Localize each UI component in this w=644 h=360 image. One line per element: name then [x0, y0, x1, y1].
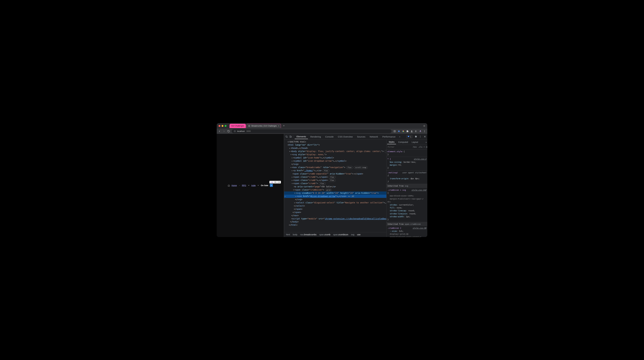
tab-gui-challenges-pinned[interactable]: GUI Challenges	[230, 124, 246, 128]
svg-point-11	[420, 136, 420, 137]
selected-node: ⋯ ▸<use href="#icon-dropdown-arrow">…</u…	[284, 195, 386, 198]
chevron-down-icon[interactable]	[257, 184, 259, 187]
svg-point-6	[424, 132, 425, 132]
account-avatar[interactable]	[423, 125, 425, 127]
traffic-minimize[interactable]	[222, 125, 224, 127]
crumb-rpg[interactable]: RPG	[242, 184, 246, 187]
dom-tree[interactable]: <!DOCTYPE html> <html lang="en" dir="ltr…	[284, 140, 386, 232]
reload-icon[interactable]	[228, 130, 230, 132]
kebab-icon[interactable]	[419, 135, 422, 138]
menu-icon[interactable]	[423, 130, 426, 132]
inspect-tooltip: svg 24 × 24	[269, 181, 281, 184]
cls-toggle[interactable]: .cls	[418, 146, 422, 148]
window-controls	[218, 125, 226, 127]
crumb-indie[interactable]: Indie	[251, 184, 256, 187]
svg-rect-13	[426, 146, 427, 148]
back-icon[interactable]	[218, 130, 221, 132]
page-viewport: svg 24 × 24 Home → RPG Indie On Sale	[217, 134, 284, 237]
styles-tab-layout[interactable]: Layout	[410, 140, 420, 144]
tab-label: GUI Challenges	[231, 125, 244, 127]
extensions-icon[interactable]	[406, 130, 409, 132]
styles-tab-computed[interactable]: Computed	[396, 140, 410, 144]
tab-performance[interactable]: Performance	[380, 134, 397, 139]
profile-icon[interactable]	[410, 130, 413, 132]
devtools-toolbar: Elements Rendering Console CSS Overview …	[284, 134, 427, 140]
home-icon	[228, 184, 230, 187]
panel-toggle-icon[interactable]	[426, 146, 427, 148]
styles-panel: Styles Computed Layout » :hov .cls +	[386, 140, 427, 237]
mic-icon[interactable]	[419, 130, 422, 132]
svg-point-5	[424, 131, 425, 131]
issues-badge[interactable]: 1	[406, 135, 412, 138]
inspect-icon[interactable]	[285, 135, 288, 138]
toolbar: localhost:3000	[217, 129, 427, 134]
url-host: localhost	[237, 130, 245, 132]
tab-breadcrumbs[interactable]: Breadcrumbs | GUI Challenges ×	[246, 124, 281, 128]
tooltip-dims: 24 × 24	[274, 181, 280, 183]
url-port: :3000	[246, 130, 250, 132]
favicon-icon	[248, 125, 250, 127]
svg-point-4	[424, 130, 425, 131]
forward-icon[interactable]	[223, 130, 225, 132]
tab-close-icon[interactable]: ×	[278, 125, 279, 127]
site-info-icon[interactable]	[234, 130, 236, 132]
new-rule-icon[interactable]: +	[424, 146, 425, 148]
tab-rendering[interactable]: Rendering	[308, 134, 323, 139]
traffic-close[interactable]	[218, 125, 220, 127]
svg-point-10	[420, 136, 420, 136]
close-devtools-icon[interactable]	[424, 135, 426, 138]
styles-filter-input[interactable]	[388, 146, 411, 148]
bookmark-icon[interactable]	[398, 130, 400, 132]
chevron-down-icon[interactable]	[248, 184, 250, 187]
tab-css-overview[interactable]: CSS Overview	[336, 134, 355, 139]
styles-tab-styles[interactable]: Styles	[387, 140, 396, 144]
elements-panel: <!DOCTYPE html> <html lang="en" dir="ltr…	[284, 140, 386, 237]
more-tabs-icon[interactable]: »	[398, 135, 401, 138]
settings-icon[interactable]	[414, 135, 417, 138]
tab-strip: GUI Challenges Breadcrumbs | GUI Challen…	[217, 123, 427, 129]
device-toggle-icon[interactable]	[289, 135, 292, 138]
install-pwa-icon[interactable]	[394, 130, 396, 132]
devtools: Elements Rendering Console CSS Overview …	[284, 134, 427, 237]
svg-rect-3	[420, 130, 420, 131]
issues-count: 1	[410, 135, 411, 138]
address-bar[interactable]: localhost:3000	[232, 129, 392, 133]
tab-label: Breadcrumbs | GUI Challenges	[252, 125, 277, 127]
crumb-current: On Sale	[261, 184, 268, 187]
more-styles-tabs-icon[interactable]: »	[426, 141, 427, 143]
separator-icon: →	[238, 184, 240, 187]
extension-visbug-icon[interactable]	[402, 130, 404, 132]
dom-breadcrumb-path[interactable]: html body nav.breadcrumbs span.crumb spa…	[284, 232, 386, 237]
new-tab-button[interactable]: +	[283, 124, 285, 127]
tab-network[interactable]: Network	[368, 134, 380, 139]
tab-console[interactable]: Console	[323, 134, 336, 139]
svg-point-12	[420, 137, 420, 137]
reading-list-icon[interactable]	[415, 130, 417, 132]
css-rules[interactable]: element.style { } style.css:1 * { box-si…	[386, 149, 427, 237]
tab-elements[interactable]: Elements	[295, 134, 308, 139]
on-sale-dropdown-icon[interactable]	[270, 184, 273, 187]
crumb-home[interactable]: Home	[232, 184, 237, 187]
tab-sources[interactable]: Sources	[355, 134, 367, 139]
breadcrumb: Home → RPG Indie On Sale	[228, 184, 273, 187]
tooltip-tag: svg	[270, 181, 273, 183]
svg-point-2	[411, 130, 412, 131]
hov-toggle[interactable]: :hov	[412, 146, 417, 148]
browser-window: GUI Challenges Breadcrumbs | GUI Challen…	[217, 123, 427, 237]
traffic-zoom[interactable]	[225, 125, 226, 127]
grid-icon	[406, 233, 408, 235]
